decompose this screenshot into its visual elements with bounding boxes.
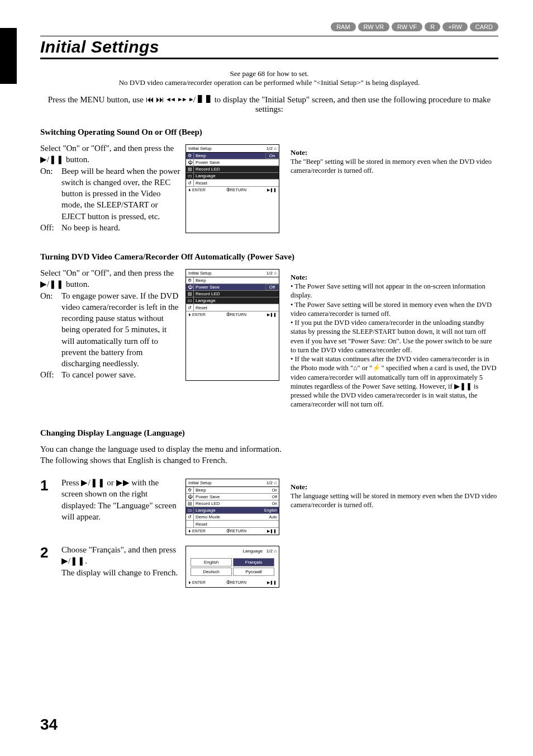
beep-intro: Select "On" or "Off", and then press the…	[40, 143, 181, 166]
badge-r: R	[425, 22, 440, 31]
see-page-note: See page 68 for how to set. No DVD video…	[40, 69, 498, 87]
badge-ram: RAM	[331, 22, 355, 31]
power-off-label: Off:	[40, 369, 61, 380]
power-heading: Turning DVD Video Camera/Recorder Off Au…	[40, 252, 498, 262]
badge-card: CARD	[470, 22, 498, 31]
power-intro: Select "On" or "Off", and then press the…	[40, 267, 181, 290]
step-1-text: Press ▶/❚❚ or ▶▶ with the screen shown o…	[61, 477, 179, 535]
lang-intro: You can change the language used to disp…	[40, 443, 498, 466]
lang-note: Note: The language setting will be store…	[291, 483, 498, 510]
power-off-text: To cancel power save.	[61, 369, 181, 380]
page-number: 34	[40, 716, 58, 734]
beep-off-label: Off:	[40, 222, 61, 233]
badge-rwvr: RW VR	[358, 22, 389, 31]
beep-screen: Initial Setup1/2 ⌂ ⚙BeepOn ⏻Power Save ▤…	[185, 144, 279, 233]
lang-screen-1: Initial Setup1/2 ⌂ ⚙BeepOn ⏻Power SaveOf…	[185, 479, 279, 535]
badge-rw: +RW	[442, 22, 468, 31]
menu-instruction: Press the MENU button, use ⏮ ⏭ ◀◀ ▶▶ ▶/❚…	[40, 95, 498, 114]
power-on-label: On:	[40, 290, 61, 370]
beep-note: Note: The "Beep" setting will be stored …	[291, 148, 498, 176]
beep-on-label: On:	[40, 166, 61, 222]
step-2-num: 2	[40, 544, 55, 588]
beep-heading: Switching Operating Sound On or Off (Bee…	[40, 127, 498, 137]
step-2-text: Choose "Français", and then press ▶/❚❚. …	[61, 544, 179, 588]
page-title: Initial Settings	[40, 37, 498, 56]
beep-on-text: Beep will be heard when the power switch…	[61, 166, 181, 222]
format-badges: RAM RW VR RW VF R +RW CARD	[40, 22, 498, 31]
beep-off-text: No beep is heard.	[61, 222, 181, 233]
lang-screen-2: Language 1/2 ⌂ English Français Deutsch …	[185, 546, 279, 588]
step-1-num: 1	[40, 477, 55, 535]
power-notes: Note: • The Power Save setting will not …	[291, 273, 498, 409]
power-on-text: To engage power save. If the DVD video c…	[61, 290, 181, 370]
badge-rwvf: RW VF	[392, 22, 422, 31]
power-screen: Initial Setup1/2 ⌂ ⚙Beep ⏻Power SaveOff …	[185, 269, 279, 381]
lang-heading: Changing Display Language (Language)	[40, 428, 498, 438]
